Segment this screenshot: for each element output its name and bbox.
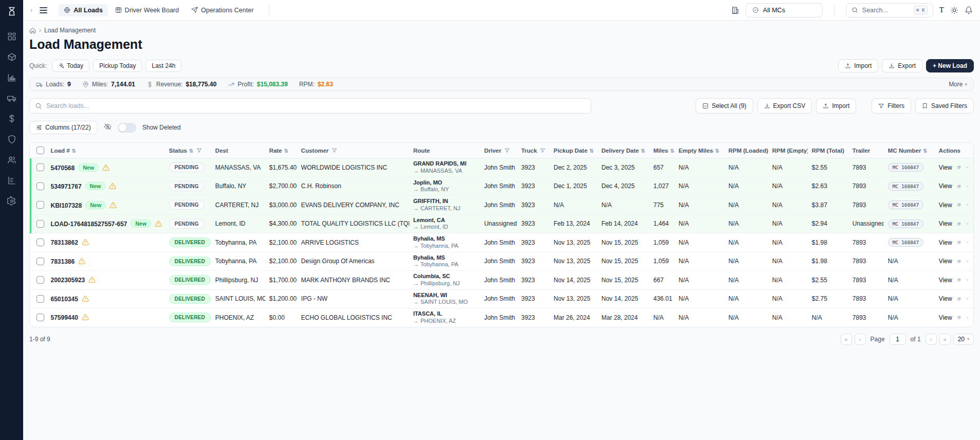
page-size-select[interactable]: 20 ▾ <box>953 334 974 345</box>
edit-icon[interactable] <box>957 221 961 227</box>
column-header-truck[interactable]: Truck <box>517 143 550 158</box>
sort-icon[interactable]: ⇅ <box>670 148 675 154</box>
sidebar-expand-icon[interactable]: › <box>30 6 32 14</box>
view-button[interactable]: View <box>939 277 952 284</box>
column-header-delivery-date[interactable]: Delivery Date⇅ <box>597 143 649 158</box>
edit-icon[interactable] <box>957 201 961 208</box>
load-number[interactable]: 65010345 <box>51 296 78 303</box>
sort-icon[interactable]: ⇅ <box>72 148 76 154</box>
quick-filter-pickup-today[interactable]: Pickup Today <box>93 60 142 72</box>
view-button[interactable]: View <box>939 182 952 190</box>
row-checkbox[interactable] <box>37 258 44 265</box>
edit-icon[interactable] <box>957 239 961 246</box>
edit-icon[interactable] <box>957 183 961 190</box>
sort-icon[interactable]: ⇅ <box>923 148 927 154</box>
columns-button[interactable]: Columns (17/22) <box>29 121 98 134</box>
mc-selector[interactable]: All MCs <box>746 3 823 17</box>
chevron-down-icon[interactable] <box>966 296 969 302</box>
truck-icon[interactable] <box>7 94 16 103</box>
column-header-load[interactable]: Load #⇅ <box>47 143 165 158</box>
filter-icon[interactable] <box>504 148 510 153</box>
chevron-down-icon[interactable] <box>966 201 969 208</box>
edit-icon[interactable] <box>957 296 961 302</box>
sort-icon[interactable]: ⇅ <box>641 148 645 154</box>
edit-icon[interactable] <box>957 258 961 265</box>
stats-more-button[interactable]: More ▾ <box>949 81 967 88</box>
first-page-button[interactable]: « <box>841 334 852 345</box>
chevron-down-icon[interactable] <box>966 221 969 227</box>
quick-filter-today[interactable]: Today <box>52 60 89 72</box>
next-page-button[interactable]: › <box>925 334 937 345</box>
filter-icon[interactable] <box>196 148 202 153</box>
global-search-input[interactable]: Search... ⌘ K <box>846 3 933 17</box>
package-icon[interactable] <box>7 52 16 62</box>
search-loads-input[interactable]: Search loads... <box>29 98 591 114</box>
import-button[interactable]: Import <box>838 59 878 72</box>
view-button[interactable]: View <box>939 295 952 302</box>
tab-all-loads[interactable]: All Loads <box>59 4 107 16</box>
view-button[interactable]: View <box>939 164 952 171</box>
chevron-down-icon[interactable] <box>966 258 969 265</box>
column-header-rate[interactable]: Rate⇅ <box>265 143 297 158</box>
view-button[interactable]: View <box>939 258 952 265</box>
settings-icon[interactable] <box>7 196 16 206</box>
row-checkbox[interactable] <box>37 220 44 228</box>
chevron-down-icon[interactable] <box>966 239 969 246</box>
row-checkbox[interactable] <box>37 182 44 190</box>
new-load-button[interactable]: + New Load <box>926 59 974 72</box>
export-button[interactable]: Export <box>882 59 922 72</box>
chevron-down-icon[interactable] <box>966 164 969 171</box>
edit-icon[interactable] <box>957 277 961 283</box>
users-icon[interactable] <box>7 155 16 164</box>
app-logo-icon[interactable] <box>7 6 17 19</box>
row-checkbox[interactable] <box>37 201 44 209</box>
view-button[interactable]: View <box>939 201 952 209</box>
row-checkbox[interactable] <box>37 163 44 171</box>
column-header-mc-number[interactable]: MC Number⇅ <box>884 143 935 158</box>
filter-icon[interactable] <box>332 148 337 153</box>
prev-page-button[interactable]: ‹ <box>855 334 866 345</box>
load-number[interactable]: 2002305923 <box>51 277 85 284</box>
chevron-down-icon[interactable] <box>966 277 969 283</box>
select-all-button[interactable]: Select All (9) <box>696 98 753 114</box>
column-header-empty-miles[interactable]: Empty Miles⇅ <box>675 143 724 158</box>
chevron-down-icon[interactable] <box>966 183 969 190</box>
view-button[interactable]: View <box>939 239 952 246</box>
column-header-miles[interactable]: Miles⇅ <box>649 143 675 158</box>
view-button[interactable]: View <box>939 314 952 321</box>
sort-icon[interactable]: ⇅ <box>715 148 719 154</box>
building-icon[interactable] <box>731 6 739 14</box>
sort-icon[interactable]: ⇅ <box>189 148 193 154</box>
dashboard-icon[interactable] <box>7 32 16 41</box>
quick-filter-last-24h[interactable]: Last 24h <box>146 60 182 72</box>
column-header-customer[interactable]: Customer <box>297 143 409 158</box>
theme-sun-icon[interactable] <box>950 6 958 14</box>
last-page-button[interactable]: » <box>939 334 951 345</box>
sort-icon[interactable]: ⇅ <box>590 148 594 154</box>
load-number[interactable]: 78313862 <box>51 239 78 246</box>
filters-button[interactable]: Filters <box>872 98 911 114</box>
row-checkbox[interactable] <box>37 276 44 284</box>
row-checkbox[interactable] <box>37 314 44 321</box>
view-button[interactable]: View <box>939 220 952 227</box>
chevron-down-icon[interactable] <box>966 314 969 321</box>
column-header-status[interactable]: Status⇅ <box>165 143 211 158</box>
edit-icon[interactable] <box>957 314 961 321</box>
select-all-checkbox[interactable] <box>37 146 44 154</box>
export-csv-button[interactable]: Export CSV <box>757 98 812 114</box>
saved-filters-button[interactable]: Saved Filters <box>915 98 974 114</box>
tab-driver-week-board[interactable]: Driver Week Board <box>110 4 184 16</box>
bar-chart-icon[interactable] <box>7 73 16 82</box>
page-number-input[interactable]: 1 <box>890 334 906 345</box>
shield-icon[interactable] <box>7 135 16 144</box>
menu-icon[interactable] <box>38 5 49 15</box>
report-icon[interactable] <box>7 176 16 185</box>
column-header-pickup-date[interactable]: Pickup Date⇅ <box>550 143 597 158</box>
edit-icon[interactable] <box>957 164 961 171</box>
bell-icon[interactable] <box>965 6 973 14</box>
load-number[interactable]: 5470568 <box>51 164 75 172</box>
row-checkbox[interactable] <box>37 239 44 246</box>
load-number[interactable]: 57599440 <box>51 314 78 321</box>
avatar-initial[interactable]: T <box>939 6 944 14</box>
sort-icon[interactable]: ⇅ <box>284 148 288 154</box>
